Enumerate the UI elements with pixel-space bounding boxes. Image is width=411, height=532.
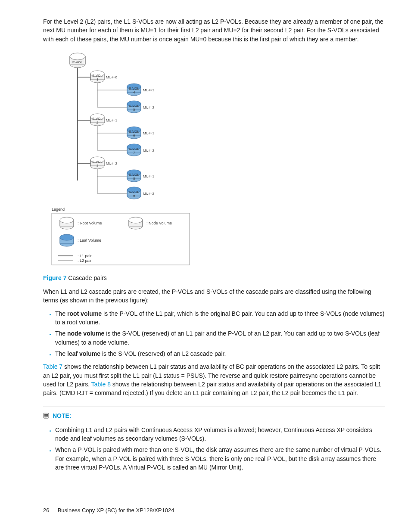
svg-text:1: 1	[97, 78, 99, 81]
note-heading: NOTE:	[43, 411, 385, 421]
figure-label: Figure 7	[43, 274, 66, 281]
table-8-link[interactable]: Table 8	[91, 381, 111, 388]
leaf-cylinder-9: S-VOL 9	[127, 187, 141, 199]
svg-point-92	[129, 217, 143, 223]
svg-text:4: 4	[133, 90, 135, 94]
svg-point-87	[60, 217, 74, 223]
leaf6-mu: MU#=1	[143, 131, 155, 135]
svg-rect-102	[44, 415, 48, 416]
leaf7-mu: MU#=2	[143, 149, 155, 152]
leaf5-mu: MU#=2	[143, 106, 155, 109]
figure-7-diagram: P-VOL S-VOL 1 MU#=0 S-VOL 4 MU#=1 S-VOL …	[43, 51, 385, 271]
intro-paragraph: For the Level 2 (L2) pairs, the L1 S-VOL…	[43, 17, 385, 44]
leaf9-mu: MU#=2	[143, 192, 155, 196]
svg-rect-103	[44, 416, 48, 417]
figure-title: Cascade pairs	[68, 274, 107, 281]
svg-text:S-VOL: S-VOL	[92, 160, 103, 164]
legend-node-cylinder	[129, 217, 143, 229]
svg-text:S-VOL: S-VOL	[129, 87, 140, 90]
note-icon	[43, 412, 49, 421]
page-number: 26	[43, 507, 56, 515]
bullet-leaf-volume: The leaf volume is the S-VOL (reserved) …	[55, 349, 385, 358]
paragraph-after-figure: When L1 and L2 cascade pairs are created…	[43, 287, 385, 305]
note-divider	[43, 407, 385, 407]
svg-text:S-VOL: S-VOL	[129, 104, 140, 108]
leaf4-mu: MU#=1	[143, 88, 155, 92]
svg-text:S-VOL: S-VOL	[92, 117, 103, 121]
leaf-cylinder-8: S-VOL 8	[127, 170, 141, 182]
bullet-node-volume: The node volume is the S-VOL (reserved) …	[55, 329, 385, 347]
svg-text:P-VOL: P-VOL	[72, 60, 83, 64]
leaf-cylinder-4: S-VOL 4	[127, 84, 141, 96]
node1-mu: MU#=0	[106, 75, 118, 79]
node2-mu: MU#=1	[106, 118, 118, 122]
tables-paragraph: Table 7 shows the relationship between L…	[43, 362, 385, 397]
terms-bullet-list: The root volume is the P-VOL of the L1 p…	[43, 309, 385, 358]
legend-l1-label: : L1 pair	[78, 254, 92, 258]
note-bullet-list: Combining L1 and L2 pairs with Continuou…	[43, 426, 385, 472]
svg-rect-104	[44, 417, 47, 417]
legend-l2-label: : L2 pair	[78, 258, 92, 263]
svg-text:3: 3	[97, 164, 99, 168]
leaf-cylinder-6: S-VOL 6	[127, 127, 141, 139]
legend-title: Legend	[52, 207, 65, 212]
table-7-link[interactable]: Table 7	[43, 363, 62, 370]
node-cylinder-1: S-VOL 1	[90, 71, 104, 83]
legend-root-cylinder	[60, 217, 74, 229]
root-pvol-cylinder: P-VOL	[70, 53, 85, 68]
svg-text:S-VOL: S-VOL	[129, 147, 140, 151]
figure-caption: Figure 7 Cascade pairs	[43, 274, 385, 282]
note-bullet-virtual-pvol: When a P-VOL is paired with more than on…	[55, 445, 385, 472]
svg-rect-101	[44, 414, 48, 415]
svg-text:S-VOL: S-VOL	[129, 190, 140, 194]
svg-text:8: 8	[133, 177, 135, 180]
legend-node-label: : Node Volume	[146, 221, 172, 225]
node3-mu: MU#=2	[106, 162, 118, 165]
footer-title: Business Copy XP (BC) for the XP128/XP10…	[58, 507, 174, 513]
page-footer: 26 Business Copy XP (BC) for the XP128/X…	[43, 507, 174, 515]
note-label: NOTE:	[53, 412, 72, 419]
svg-text:S-VOL: S-VOL	[129, 130, 140, 134]
svg-text:5: 5	[133, 108, 135, 112]
svg-text:2: 2	[97, 121, 99, 124]
svg-text:S-VOL: S-VOL	[92, 74, 103, 78]
node-cylinder-2: S-VOL 2	[90, 114, 104, 126]
svg-text:9: 9	[133, 194, 135, 198]
svg-point-4	[70, 53, 85, 60]
svg-text:6: 6	[133, 134, 135, 137]
legend-leaf-cylinder	[60, 234, 74, 246]
leaf-cylinder-7: S-VOL 7	[127, 144, 141, 156]
legend-leaf-label: : Leaf Volume	[78, 238, 101, 243]
node-cylinder-3: S-VOL 3	[90, 157, 104, 169]
leaf8-mu: MU#=1	[143, 174, 155, 178]
leaf-cylinder-5: S-VOL 5	[127, 101, 141, 113]
legend-root-label: : Root Volume	[78, 221, 102, 225]
bullet-root-volume: The root volume is the P-VOL of the L1 p…	[55, 309, 385, 327]
svg-text:S-VOL: S-VOL	[129, 173, 140, 177]
svg-text:7: 7	[133, 151, 135, 155]
note-bullet-caxp: Combining L1 and L2 pairs with Continuou…	[55, 426, 385, 443]
svg-point-97	[60, 234, 74, 240]
